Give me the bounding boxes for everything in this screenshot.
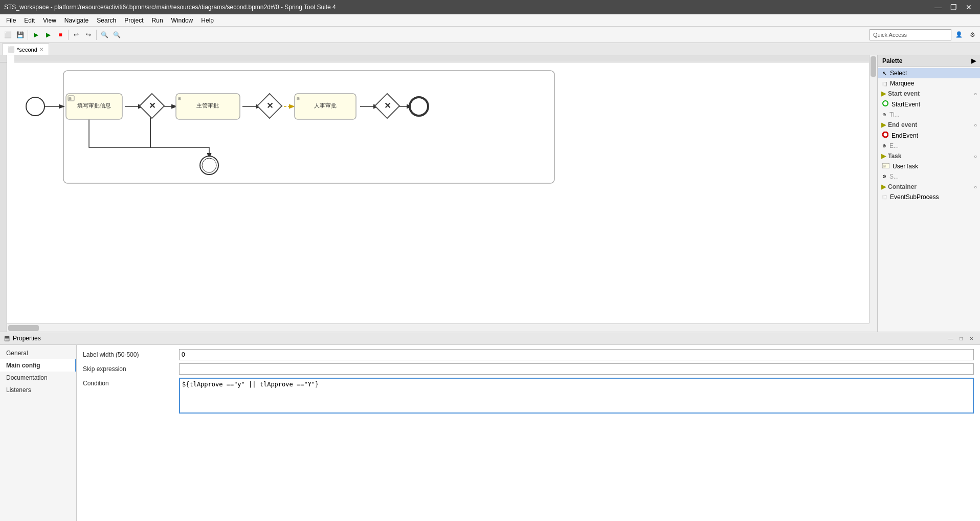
canvas-area[interactable]: ⊞ 填写审批信息 ✕ ⊞ 主管审批 ✕ ⊞ 人事审批 ✕ [7,55,878,332]
svg-text:填写审批信息: 填写审批信息 [77,102,111,108]
scroll-corner [869,323,877,332]
save-button[interactable]: 💾 [14,29,26,40]
palette-select-label: Select [890,70,907,77]
svg-text:⊞: ⊞ [883,164,886,168]
group-arrow-icon: ▶ [881,90,886,97]
svg-text:人事审批: 人事审批 [314,102,337,108]
svg-text:⊞: ⊞ [297,97,300,100]
palette-item-eventsubprocess[interactable]: ⬚ EventSubProcess [878,192,980,202]
canvas-hscroll[interactable] [7,323,869,332]
menu-run[interactable]: Run [148,16,167,25]
svg-text:⊞: ⊞ [69,97,72,100]
prop-input-labelwidth[interactable] [179,349,974,360]
prop-textarea-condition[interactable] [179,378,974,414]
marquee-icon: ⬚ [882,81,887,86]
properties-title: Properties [13,335,41,342]
maximize-button[interactable]: ❐ [946,0,961,14]
prop-tab-listeners[interactable]: Listeners [0,384,76,396]
vscroll-thumb[interactable] [871,56,876,77]
undo-button[interactable]: ↩ [71,29,82,40]
palette-item-startevent[interactable]: StartEvent [878,99,980,110]
palette-eventsubprocess-label: EventSubProcess [890,193,939,201]
cursor-icon: ↖ [882,70,887,77]
minimize-button[interactable]: — [931,0,945,14]
zoom-out-button[interactable]: 🔍 [111,29,122,40]
prop-row-condition: Condition [83,378,974,414]
palette-collapse-end[interactable]: ○ [974,122,977,128]
palette-collapse-container[interactable]: ○ [974,184,977,190]
svg-point-31 [883,132,888,137]
workspace-button[interactable]: 👤 [953,29,965,40]
bpmn-diagram[interactable]: ⊞ 填写审批信息 ✕ ⊞ 主管审批 ✕ ⊞ 人事审批 ✕ [23,66,585,245]
menubar: File Edit View Navigate Search Project R… [0,14,980,27]
prop-tab-general[interactable]: General [0,347,76,359]
palette-collapse-start[interactable]: ○ [974,91,977,97]
properties-tabs-panel: General Main config Documentation Listen… [0,345,77,521]
palette-item-select[interactable]: ↖ Select [878,68,980,78]
menu-navigate[interactable]: Navigate [60,16,93,25]
run-button[interactable]: ▶ [42,29,54,40]
event-subprocess-icon: ⬚ [882,194,887,200]
palette-group-end-event[interactable]: ▶ End event ○ [878,120,980,130]
palette-group-start-event[interactable]: ▶ Start event ○ [878,89,980,99]
menu-file[interactable]: File [2,16,20,25]
props-minimize-button[interactable]: — [946,334,955,343]
palette-item-marquee[interactable]: ⬚ Marquee [878,78,980,89]
tabbar: ⬜ *second ✕ [0,43,980,55]
editor-tab-second[interactable]: ⬜ *second ✕ [2,44,49,55]
prop-row-labelwidth: Label width (50-500) [83,349,974,360]
titlebar: STS_workspace - platform:/resource/activ… [0,0,980,14]
svg-text:主管审批: 主管审批 [196,102,219,108]
prop-tab-documentation[interactable]: Documentation [0,372,76,384]
palette-content: ↖ Select ⬚ Marquee ▶ Start event ○ [878,67,980,332]
palette-group-container[interactable]: ▶ Container ○ [878,182,980,192]
menu-window[interactable]: Window [167,16,197,25]
properties-content: Label width (50-500) Skip expression Con… [77,345,980,521]
canvas-vscroll[interactable] [869,55,877,323]
prop-tab-mainconfig[interactable]: Main config [0,359,76,372]
properties-toolbar: — □ ✕ [946,334,976,343]
end-event-icon [882,132,888,139]
props-maximize-button[interactable]: □ [956,334,966,343]
redo-button[interactable]: ↪ [83,29,94,40]
quick-access-input[interactable]: Quick Access [870,29,951,40]
new-button[interactable]: ⬜ [2,29,13,40]
palette-group-task[interactable]: ▶ Task ○ [878,151,980,161]
palette-endevent-label: EndEvent [892,132,918,139]
tab-close-button[interactable]: ✕ [39,47,43,52]
svg-text:✕: ✕ [149,101,155,110]
palette-item-timerstartevent[interactable]: ⊕ Ti... [878,110,980,120]
palette-item-servicetask[interactable]: ⚙ S... [878,171,980,182]
stop-button[interactable]: ■ [55,29,66,40]
menu-search[interactable]: Search [93,16,120,25]
prop-input-skipexpr[interactable] [179,363,974,375]
hscroll-thumb[interactable] [8,325,39,331]
props-close-button[interactable]: ✕ [967,334,976,343]
close-button[interactable]: ✕ [962,0,976,14]
workspace: ⊞ 填写审批信息 ✕ ⊞ 主管审批 ✕ ⊞ 人事审批 ✕ [0,55,980,521]
palette-item-enderrorevent[interactable]: ⊗ E... [878,141,980,151]
debug-button[interactable]: ▶ [30,29,41,40]
group-task-label: Task [888,153,901,160]
ruler-corner [0,55,7,62]
palette-item-usertask[interactable]: ⊞ UserTask [878,161,980,171]
timer-start-icon: ⊕ [882,112,886,117]
group-arrow-task-icon: ▶ [881,153,886,160]
main-area: ⊞ 填写审批信息 ✕ ⊞ 主管审批 ✕ ⊞ 人事审批 ✕ [0,55,980,332]
svg-text:✕: ✕ [266,101,273,110]
palette-collapse-task[interactable]: ○ [974,154,977,159]
menu-view[interactable]: View [39,16,60,25]
menu-edit[interactable]: Edit [20,16,39,25]
palette-collapse-icon[interactable]: ▶ [971,57,976,64]
properties-body: General Main config Documentation Listen… [0,345,980,521]
menu-project[interactable]: Project [120,16,147,25]
zoom-in-button[interactable]: 🔍 [99,29,110,40]
tab-label: *second [17,47,37,53]
menu-help[interactable]: Help [197,16,218,25]
settings-button[interactable]: ⚙ [967,29,978,40]
prop-label-labelwidth: Label width (50-500) [83,349,175,358]
palette-item-endevent[interactable]: EndEvent [878,130,980,141]
properties-panel: ▤ Properties — □ ✕ General Main config D… [0,332,980,521]
end-error-icon: ⊗ [882,143,886,148]
prop-label-skipexpr: Skip expression [83,363,175,373]
